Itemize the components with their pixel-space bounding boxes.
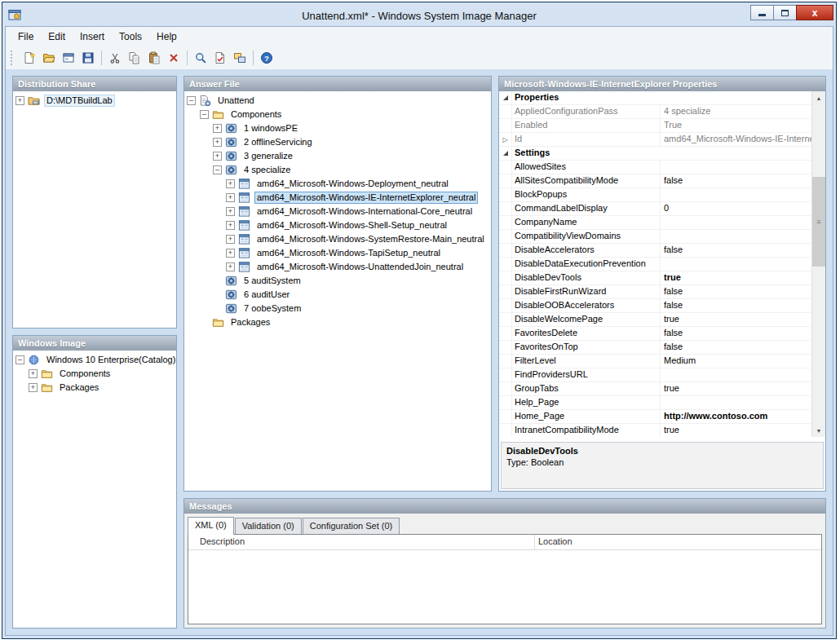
property-value[interactable] bbox=[661, 216, 811, 229]
tree-expander-icon[interactable]: + bbox=[213, 152, 222, 161]
menu-help[interactable]: Help bbox=[149, 29, 184, 45]
property-row-blockpopups[interactable]: BlockPopups bbox=[499, 188, 811, 202]
save-answer-file-button[interactable] bbox=[78, 48, 97, 67]
tab-validation-0[interactable]: Validation (0) bbox=[235, 518, 302, 534]
validate-answer-file-button[interactable] bbox=[210, 48, 229, 67]
tree-expander-icon[interactable]: – bbox=[15, 355, 24, 364]
property-row-favoritesontop[interactable]: FavoritesOnTopfalse bbox=[499, 341, 811, 355]
tree-item-components[interactable]: –Components bbox=[184, 108, 491, 121]
property-row-disablewelcomepage[interactable]: DisableWelcomePagetrue bbox=[499, 313, 811, 327]
property-value[interactable]: true bbox=[661, 382, 811, 395]
menu-file[interactable]: File bbox=[11, 29, 41, 45]
tree-item-7-oobesystem[interactable]: 7 oobeSystem bbox=[184, 302, 491, 315]
tree-item-unattend[interactable]: –Unattend bbox=[184, 94, 491, 108]
tree-expander-icon[interactable]: – bbox=[200, 110, 209, 119]
tree-expander-icon[interactable]: – bbox=[187, 96, 196, 105]
tree-expander-icon[interactable]: + bbox=[15, 96, 24, 105]
scroll-up-icon[interactable]: ▲ bbox=[812, 91, 825, 104]
tree-item-packages[interactable]: +Packages bbox=[13, 381, 176, 395]
tree-item-amd64-microsoft-windows-ie-internetexplorer-neut[interactable]: +amd64_Microsoft-Windows-IE-InternetExpl… bbox=[184, 191, 491, 205]
tree-item-amd64-microsoft-windows-unattendedjoin-neutral[interactable]: +amd64_Microsoft-Windows-UnattendedJoin_… bbox=[184, 260, 491, 274]
paste-button[interactable] bbox=[144, 48, 163, 67]
property-value[interactable]: 4 specialize bbox=[661, 105, 811, 118]
property-row-findprovidersurl[interactable]: FindProvidersURL bbox=[499, 368, 811, 382]
tree-item-packages[interactable]: Packages bbox=[184, 315, 491, 329]
scrollbar-thumb[interactable]: ≡ bbox=[812, 177, 825, 267]
tree-expander-icon[interactable]: + bbox=[29, 383, 38, 392]
tree-item-4-specialize[interactable]: –4 specialize bbox=[184, 163, 491, 177]
tree-expander-icon[interactable]: + bbox=[226, 193, 235, 202]
property-value[interactable]: false bbox=[661, 285, 811, 298]
tree-expander-icon[interactable]: + bbox=[226, 235, 235, 244]
tree-item-amd64-microsoft-windows-shell-setup-neutral[interactable]: +amd64_Microsoft-Windows-Shell-Setup_neu… bbox=[184, 218, 491, 232]
tree-expander-icon[interactable]: + bbox=[226, 179, 235, 188]
property-value[interactable]: True bbox=[661, 119, 811, 132]
tree-item-amd64-microsoft-windows-international-core-neutr[interactable]: +amd64_Microsoft-Windows-International-C… bbox=[184, 205, 491, 218]
help-button[interactable]: ? bbox=[257, 48, 276, 67]
property-row-disableaccelerators[interactable]: DisableAcceleratorsfalse bbox=[499, 244, 811, 258]
property-value[interactable]: true bbox=[661, 424, 811, 437]
cut-button[interactable] bbox=[105, 48, 124, 67]
minimize-button[interactable] bbox=[750, 5, 774, 20]
property-row-properties[interactable]: Properties bbox=[499, 91, 811, 105]
tree-item-windows-10-enterprise-catalog[interactable]: –Windows 10 Enterprise(Catalog) bbox=[13, 353, 176, 367]
property-row-grouptabs[interactable]: GroupTabstrue bbox=[499, 382, 811, 396]
property-row-compatibilityviewdomains[interactable]: CompatibilityViewDomains bbox=[499, 230, 811, 244]
property-value[interactable]: true bbox=[661, 271, 811, 285]
column-location[interactable]: Location bbox=[535, 535, 821, 549]
property-row-appliedconfigurationpass[interactable]: AppliedConfigurationPass4 specialize bbox=[499, 105, 811, 119]
property-row-allsitescompatibilitymode[interactable]: AllSitesCompatibilityModefalse bbox=[499, 174, 811, 188]
tree-item-6-audituser[interactable]: 6 auditUser bbox=[184, 288, 491, 302]
tree-expander-icon[interactable]: – bbox=[213, 165, 222, 174]
property-row-disablefirstrunwizard[interactable]: DisableFirstRunWizardfalse bbox=[499, 285, 811, 299]
tree-item-1-windowspe[interactable]: +1 windowsPE bbox=[184, 121, 491, 135]
property-value[interactable]: false bbox=[661, 327, 811, 340]
row-expander-icon[interactable]: ▷ bbox=[499, 133, 512, 146]
copy-button[interactable] bbox=[125, 48, 144, 67]
property-row-companyname[interactable]: CompanyName bbox=[499, 216, 811, 230]
property-row-id[interactable]: ▷Idamd64_Microsoft-Windows-IE-InternetEx bbox=[499, 133, 811, 147]
tree-item-5-auditsystem[interactable]: 5 auditSystem bbox=[184, 274, 491, 288]
column-description[interactable]: Description bbox=[188, 535, 535, 549]
tree-item-2-offlineservicing[interactable]: +2 offlineServicing bbox=[184, 135, 491, 149]
property-row-filterlevel[interactable]: FilterLevelMedium bbox=[499, 355, 811, 368]
property-row-commandlabeldisplay[interactable]: CommandLabelDisplay0 bbox=[499, 202, 811, 216]
tree-expander-icon[interactable]: + bbox=[226, 262, 235, 271]
property-value[interactable]: false bbox=[661, 341, 811, 354]
property-row-intranetcompatibilitymode[interactable]: IntranetCompatibilityModetrue bbox=[499, 424, 811, 437]
tree-expander-icon[interactable]: + bbox=[213, 124, 222, 133]
create-configuration-set-button[interactable] bbox=[230, 48, 249, 67]
category-expander-icon[interactable] bbox=[499, 147, 512, 160]
tree-expander-icon[interactable]: + bbox=[226, 207, 235, 216]
find-button[interactable] bbox=[191, 48, 210, 67]
select-windows-image-button[interactable] bbox=[59, 48, 77, 67]
menu-insert[interactable]: Insert bbox=[73, 29, 112, 45]
tree-expander-icon[interactable]: + bbox=[213, 138, 222, 147]
property-value[interactable]: http://www.contoso.com bbox=[661, 410, 811, 423]
delete-button[interactable] bbox=[164, 48, 183, 67]
property-value[interactable] bbox=[661, 368, 811, 382]
tree-item-amd64-microsoft-windows-systemrestore-main-neutr[interactable]: +amd64_Microsoft-Windows-SystemRestore-M… bbox=[184, 232, 491, 246]
open-answer-file-button[interactable] bbox=[39, 48, 58, 67]
scroll-down-icon[interactable]: ▼ bbox=[812, 424, 825, 437]
property-row-allowedsites[interactable]: AllowedSites bbox=[499, 161, 811, 174]
tree-item-amd64-microsoft-windows-tapisetup-neutral[interactable]: +amd64_Microsoft-Windows-TapiSetup_neutr… bbox=[184, 246, 491, 260]
category-expander-icon[interactable] bbox=[499, 91, 512, 104]
property-value[interactable]: 0 bbox=[661, 202, 811, 215]
property-value[interactable]: true bbox=[661, 313, 811, 326]
property-value[interactable]: false bbox=[661, 244, 811, 257]
property-row-favoritesdelete[interactable]: FavoritesDeletefalse bbox=[499, 327, 811, 341]
property-row-disableoobaccelerators[interactable]: DisableOOBAcceleratorsfalse bbox=[499, 299, 811, 313]
property-value[interactable] bbox=[661, 396, 811, 409]
toolbar-grip[interactable] bbox=[11, 51, 15, 65]
property-value[interactable]: Medium bbox=[661, 355, 811, 368]
maximize-button[interactable] bbox=[773, 5, 797, 20]
tree-expander-icon[interactable]: + bbox=[226, 221, 235, 230]
menu-edit[interactable]: Edit bbox=[41, 29, 73, 45]
property-value[interactable] bbox=[661, 188, 811, 201]
property-value[interactable] bbox=[661, 258, 811, 271]
tree-expander-icon[interactable]: + bbox=[29, 369, 38, 378]
new-answer-file-button[interactable] bbox=[20, 48, 38, 67]
property-row-disabledevtools[interactable]: DisableDevToolstrue bbox=[499, 271, 811, 285]
property-value[interactable] bbox=[661, 230, 811, 243]
